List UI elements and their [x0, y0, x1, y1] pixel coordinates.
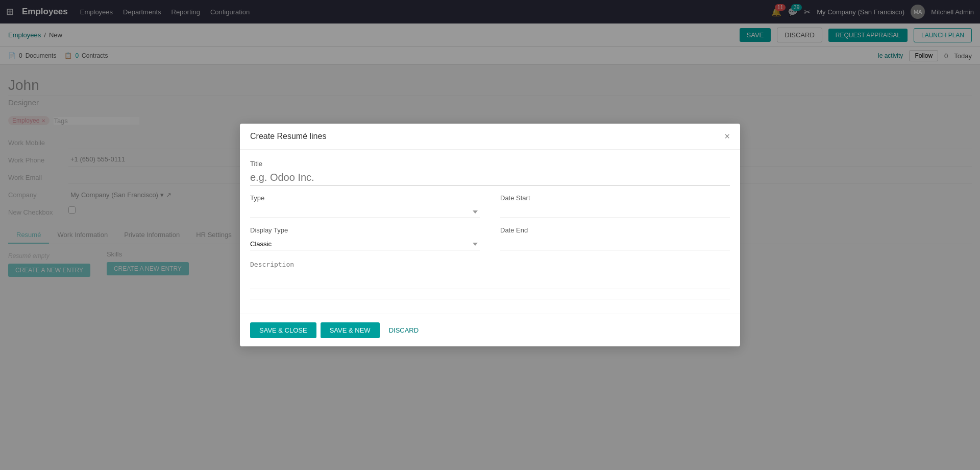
display-type-field: Display Type Classic Section Subsection	[250, 226, 480, 250]
title-field-group: Title	[250, 160, 730, 186]
type-label: Type	[250, 194, 480, 202]
modal-body: Title Type Date Start	[240, 150, 740, 291]
title-input[interactable]	[250, 170, 730, 186]
modal-close-button[interactable]: ×	[724, 132, 730, 141]
date-start-label: Date Start	[500, 194, 730, 202]
modal-header: Create Resumé lines ×	[240, 124, 740, 150]
display-type-label: Display Type	[250, 226, 480, 234]
display-type-select[interactable]: Classic Section Subsection	[250, 238, 480, 250]
display-type-col: Display Type Classic Section Subsection	[250, 226, 480, 250]
date-end-field: Date End	[500, 226, 730, 250]
type-field: Type	[250, 194, 480, 218]
create-resume-modal: Create Resumé lines × Title Type	[240, 124, 740, 291]
display-type-date-end-row: Display Type Classic Section Subsection …	[250, 226, 730, 250]
date-start-input[interactable]	[500, 206, 730, 218]
date-start-col: Date Start	[500, 194, 730, 218]
description-field-group	[250, 258, 730, 291]
type-date-row: Type Date Start	[250, 194, 730, 218]
type-select[interactable]	[250, 206, 480, 218]
description-textarea[interactable]	[250, 258, 730, 289]
modal-overlay[interactable]: Create Resumé lines × Title Type	[0, 0, 980, 291]
title-field-label: Title	[250, 160, 730, 168]
date-end-input[interactable]	[500, 238, 730, 250]
date-end-label: Date End	[500, 226, 730, 234]
date-end-col: Date End	[500, 226, 730, 250]
type-col: Type	[250, 194, 480, 218]
date-start-field: Date Start	[500, 194, 730, 218]
modal-title: Create Resumé lines	[250, 132, 326, 141]
